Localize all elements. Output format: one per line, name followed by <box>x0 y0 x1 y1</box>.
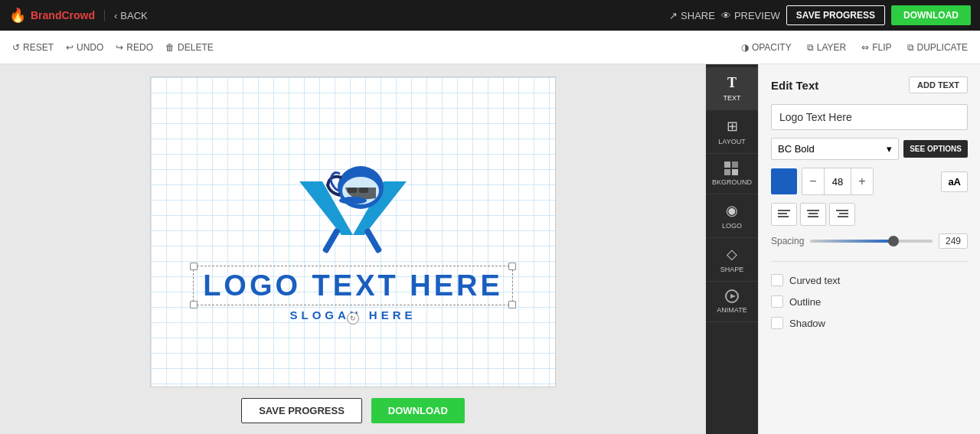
selection-handle-tl <box>190 263 198 270</box>
svg-rect-21 <box>808 216 818 217</box>
outline-checkbox[interactable] <box>771 295 783 308</box>
duplicate-button[interactable]: ⧉ DUPLICATE <box>907 42 968 53</box>
share-button[interactable]: ↗ SHARE <box>669 10 715 21</box>
text-selection-box[interactable]: ↻ LOGO TEXT HERE <box>193 266 513 305</box>
edit-panel-header: Edit Text ADD TEXT <box>771 77 968 93</box>
svg-marker-15 <box>730 294 736 299</box>
curved-text-checkbox[interactable] <box>771 274 783 286</box>
shadow-label: Shadow <box>789 318 825 329</box>
layer-button[interactable]: ⧉ LAYER <box>807 42 846 53</box>
svg-rect-2 <box>322 227 341 253</box>
svg-rect-13 <box>732 169 738 175</box>
eye-icon: 👁 <box>721 10 731 21</box>
opacity-button[interactable]: ◑ OPACITY <box>741 42 792 53</box>
size-decrease-button[interactable]: − <box>802 168 824 194</box>
tool-logo[interactable]: ◉ LOGO <box>706 194 758 238</box>
tool-shape[interactable]: ◇ SHAPE <box>706 238 758 282</box>
align-center-icon <box>807 209 819 220</box>
font-select[interactable]: BC Bold ▾ <box>771 138 899 160</box>
canvas-area: ↻ LOGO TEXT HERE SLOGAN HERE SAVE PROGRE… <box>0 64 706 434</box>
spacing-thumb <box>888 236 899 246</box>
toolbar-right: ◑ OPACITY ⧉ LAYER ⇔ FLIP ⧉ DUPLICATE <box>741 42 968 53</box>
chevron-left-icon: ‹ <box>114 10 117 21</box>
tool-animate-label: ANIMATE <box>717 306 746 314</box>
reset-button[interactable]: ↺ RESET <box>12 42 54 53</box>
main-layout: ↻ LOGO TEXT HERE SLOGAN HERE SAVE PROGRE… <box>0 64 980 434</box>
logo-tool-icon: ◉ <box>726 202 738 219</box>
canvas[interactable]: ↻ LOGO TEXT HERE SLOGAN HERE <box>150 77 556 387</box>
delete-button[interactable]: 🗑 DELETE <box>165 42 214 53</box>
text-tool-icon: T <box>727 75 737 91</box>
preview-button[interactable]: 👁 PREVIEW <box>721 10 780 21</box>
color-swatch[interactable] <box>771 168 797 194</box>
align-center-button[interactable] <box>800 203 826 226</box>
undo-icon: ↩ <box>66 42 74 53</box>
share-icon: ↗ <box>669 10 678 21</box>
tool-animate[interactable]: ANIMATE <box>706 282 758 322</box>
opacity-icon: ◑ <box>741 42 749 53</box>
svg-rect-17 <box>778 213 787 214</box>
svg-rect-8 <box>359 188 368 193</box>
toolbar-left: ↺ RESET ↩ UNDO ↪ REDO 🗑 DELETE <box>12 42 214 53</box>
svg-point-6 <box>339 197 367 204</box>
redo-button[interactable]: ↪ REDO <box>116 42 153 53</box>
top-nav-right: ↗ SHARE 👁 PREVIEW SAVE PROGRESS DOWNLOAD <box>669 5 971 25</box>
svg-rect-19 <box>807 210 819 211</box>
brand-logo: 🔥 BrandCrowd <box>9 7 95 24</box>
redo-icon: ↪ <box>116 42 123 53</box>
flip-button[interactable]: ⇔ FLIP <box>861 42 891 53</box>
size-control: − 48 + <box>802 168 874 195</box>
align-right-icon <box>836 209 848 220</box>
align-left-button[interactable] <box>771 203 797 226</box>
section-divider <box>771 261 968 262</box>
case-toggle-button[interactable]: aA <box>941 171 968 192</box>
add-text-button[interactable]: ADD TEXT <box>909 77 968 93</box>
spacing-slider[interactable] <box>810 240 933 243</box>
curved-text-option[interactable]: Curved text <box>771 269 968 291</box>
download-button-nav[interactable]: DOWNLOAD <box>891 5 971 25</box>
canvas-save-progress-button[interactable]: SAVE PROGRESS <box>241 398 362 423</box>
align-right-button[interactable] <box>829 203 855 226</box>
tool-bkground-label: BKGROUND <box>712 178 752 186</box>
edit-panel: Edit Text ADD TEXT BC Bold ▾ SEE OPTIONS… <box>758 64 980 434</box>
tool-logo-label: LOGO <box>722 222 742 230</box>
reset-icon: ↺ <box>12 42 20 53</box>
canvas-bottom-buttons: SAVE PROGRESS DOWNLOAD <box>241 387 465 434</box>
canvas-content: ↻ LOGO TEXT HERE SLOGAN HERE <box>151 77 555 387</box>
selection-handle-tr <box>508 263 516 270</box>
align-left-icon <box>778 209 790 220</box>
canvas-logo-area: ↻ LOGO TEXT HERE SLOGAN HERE <box>193 143 513 321</box>
size-increase-button[interactable]: + <box>851 168 873 194</box>
svg-rect-20 <box>808 213 818 214</box>
svg-rect-7 <box>348 188 357 193</box>
canvas-download-button[interactable]: DOWNLOAD <box>371 398 465 423</box>
rotate-handle[interactable]: ↻ <box>347 312 359 325</box>
cricket-logo-svg <box>276 143 430 266</box>
font-size-value: 48 <box>824 168 851 194</box>
see-options-button[interactable]: SEE OPTIONS <box>903 140 968 158</box>
top-nav-left: 🔥 BrandCrowd ‹ BACK <box>9 7 148 24</box>
back-button[interactable]: ‹ BACK <box>104 10 148 21</box>
tool-layout[interactable]: ⊞ LAYOUT <box>706 110 758 154</box>
tool-text[interactable]: T TEXT <box>706 67 758 110</box>
top-nav: 🔥 BrandCrowd ‹ BACK ↗ SHARE 👁 PREVIEW SA… <box>0 0 980 31</box>
tool-shape-label: SHAPE <box>720 266 744 273</box>
shadow-checkbox[interactable] <box>771 317 783 329</box>
toolbar: ↺ RESET ↩ UNDO ↪ REDO 🗑 DELETE ◑ OPACITY… <box>0 31 980 64</box>
layout-tool-icon: ⊞ <box>727 118 738 135</box>
shadow-option[interactable]: Shadow <box>771 312 968 334</box>
outline-label: Outline <box>789 296 821 308</box>
brand-name: BrandCrowd <box>31 9 95 21</box>
edit-panel-title: Edit Text <box>771 79 818 92</box>
outline-option[interactable]: Outline <box>771 291 968 312</box>
undo-button[interactable]: ↩ UNDO <box>66 42 103 53</box>
tool-layout-label: LAYOUT <box>718 138 745 145</box>
flame-icon: 🔥 <box>9 7 26 24</box>
flip-icon: ⇔ <box>861 42 869 53</box>
save-progress-button[interactable]: SAVE PROGRESS <box>786 5 885 25</box>
logo-text-input[interactable] <box>771 104 968 130</box>
tool-background[interactable]: BKGROUND <box>706 154 758 194</box>
font-row: BC Bold ▾ SEE OPTIONS <box>771 138 968 160</box>
selection-handle-br <box>508 301 516 308</box>
svg-rect-22 <box>836 210 848 211</box>
